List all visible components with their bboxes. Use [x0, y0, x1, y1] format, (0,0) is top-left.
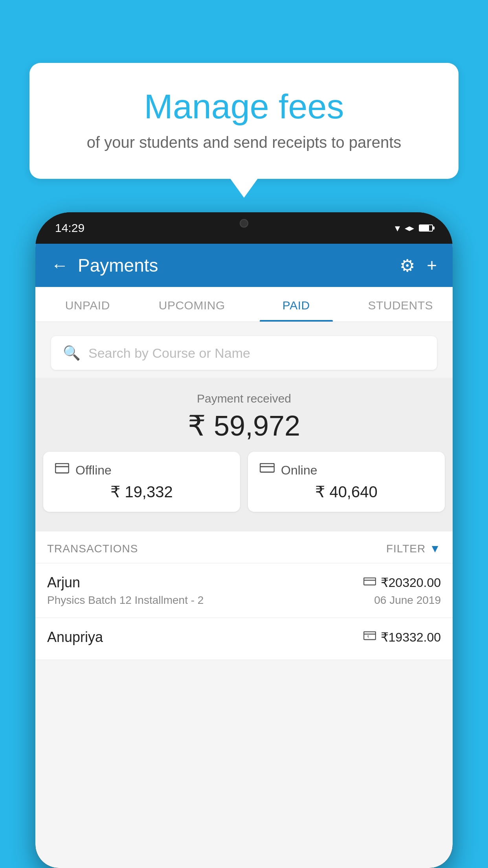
status-bar: 14:29 ▾ ◂▸: [35, 212, 453, 244]
offline-label: Offline: [75, 463, 112, 478]
svg-rect-2: [260, 463, 274, 472]
payment-received-section: Payment received ₹ 59,972 Offline ₹: [35, 378, 453, 531]
signal-icon: ◂▸: [405, 223, 414, 234]
filter-button[interactable]: FILTER ▼: [386, 542, 441, 555]
payment-cards: Offline ₹ 19,332 Online ₹ 4: [35, 452, 453, 520]
transaction-icon-2: ₹: [363, 631, 376, 643]
svg-rect-4: [364, 578, 376, 585]
offline-card: Offline ₹ 19,332: [43, 452, 240, 512]
speech-bubble-container: Manage fees of your students and send re…: [29, 63, 459, 179]
search-input[interactable]: Search by Course or Name: [88, 346, 250, 361]
online-card-header: Online: [260, 463, 433, 478]
app-header: ← Payments ⚙ +: [35, 244, 453, 287]
transaction-amount-1: ₹20320.00: [381, 575, 441, 590]
online-label: Online: [281, 463, 317, 478]
transaction-row[interactable]: Arjun ₹20320.00 Physics Batch 12 Install…: [35, 563, 453, 618]
tabs-bar: UNPAID UPCOMING PAID STUDENTS: [35, 287, 453, 322]
back-button[interactable]: ←: [51, 256, 68, 275]
transaction-top-2: Anupriya ₹ ₹19332.00: [47, 629, 441, 645]
search-bar[interactable]: 🔍 Search by Course or Name: [51, 336, 437, 370]
battery-icon: [419, 224, 433, 232]
filter-label: FILTER: [386, 542, 426, 555]
offline-amount: ₹ 19,332: [55, 483, 228, 501]
bubble-subtitle: of your students and send receipts to pa…: [61, 134, 427, 151]
phone-frame: 14:29 ▾ ◂▸ ← Payments ⚙ + UNPAID: [35, 212, 453, 868]
transaction-amount-2: ₹19332.00: [381, 630, 441, 645]
phone-notch: [209, 212, 279, 234]
transaction-name-2: Anupriya: [47, 629, 103, 645]
online-icon: [260, 463, 275, 478]
transaction-bottom-1: Physics Batch 12 Installment - 2 06 June…: [47, 594, 441, 607]
offline-card-header: Offline: [55, 463, 228, 478]
transaction-row-2[interactable]: Anupriya ₹ ₹19332.00: [35, 618, 453, 660]
transaction-name-1: Arjun: [47, 574, 80, 591]
online-card: Online ₹ 40,640: [248, 452, 445, 512]
status-icons: ▾ ◂▸: [395, 222, 433, 234]
status-time: 14:29: [55, 221, 84, 235]
tab-paid[interactable]: PAID: [244, 287, 349, 322]
svg-text:₹: ₹: [367, 635, 369, 639]
page-title: Payments: [78, 255, 158, 276]
transaction-date-1: 06 June 2019: [374, 594, 441, 607]
camera-dot: [240, 219, 248, 228]
tab-upcoming[interactable]: UPCOMING: [140, 287, 244, 322]
transaction-amount-wrap-2: ₹ ₹19332.00: [363, 630, 441, 645]
transactions-label: TRANSACTIONS: [47, 542, 138, 555]
header-right: ⚙ +: [400, 256, 437, 276]
online-amount: ₹ 40,640: [260, 483, 433, 501]
phone-screen: ← Payments ⚙ + UNPAID UPCOMING PAID STUD…: [35, 244, 453, 868]
bubble-title: Manage fees: [61, 86, 427, 127]
filter-icon: ▼: [429, 542, 441, 555]
transaction-top-1: Arjun ₹20320.00: [47, 574, 441, 591]
wifi-icon: ▾: [395, 222, 400, 234]
payment-received-label: Payment received: [35, 392, 453, 405]
payment-received-amount: ₹ 59,972: [35, 409, 453, 442]
transactions-header: TRANSACTIONS FILTER ▼: [35, 531, 453, 563]
header-left: ← Payments: [51, 255, 158, 276]
speech-bubble: Manage fees of your students and send re…: [29, 63, 459, 179]
tab-students[interactable]: STUDENTS: [349, 287, 453, 322]
gear-icon[interactable]: ⚙: [400, 256, 415, 276]
battery-fill: [420, 225, 429, 231]
svg-rect-0: [55, 463, 69, 473]
add-icon[interactable]: +: [427, 256, 437, 275]
search-icon: 🔍: [63, 345, 81, 361]
offline-icon: [55, 463, 69, 478]
svg-rect-6: [364, 632, 376, 640]
transaction-course-1: Physics Batch 12 Installment - 2: [47, 594, 204, 607]
tab-unpaid[interactable]: UNPAID: [35, 287, 140, 322]
transaction-icon-1: [363, 576, 376, 589]
transaction-amount-wrap-1: ₹20320.00: [363, 575, 441, 590]
